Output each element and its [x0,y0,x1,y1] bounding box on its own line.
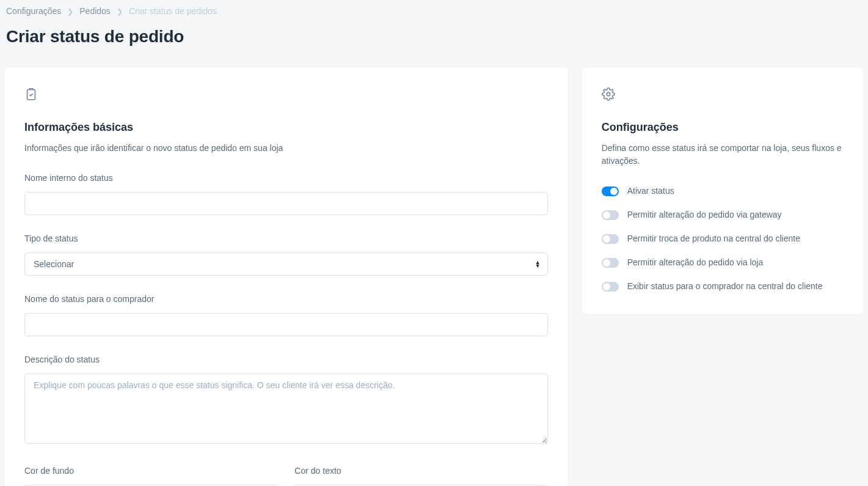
breadcrumb-item-config[interactable]: Configurações [6,5,61,18]
layout: Informações básicas Informações que irão… [4,68,864,486]
toggle-row-show-buyer: Exibir status para o comprador na centra… [602,280,844,293]
toggle-row-alter-gateway: Permitir alteração do pedido via gateway [602,208,844,221]
breadcrumb-item-current: Criar status de pedidos [129,5,217,18]
description-textarea[interactable] [24,374,548,444]
toggle-show-buyer[interactable] [602,282,619,292]
label-bg-color: Cor de fundo [24,465,277,477]
toggle-row-activate: Ativar status [602,185,844,197]
toggle-label-exchange-product: Permitir troca de produto na central do … [627,232,800,245]
buyer-name-input[interactable] [24,313,548,336]
label-text-color: Cor do texto [294,465,547,477]
toggle-row-exchange-product: Permitir troca de produto na central do … [602,232,844,245]
internal-name-input[interactable] [24,192,548,215]
settings-title: Configurações [602,119,844,136]
basic-info-title: Informações básicas [24,119,548,136]
label-internal-name: Nome interno do status [24,172,548,185]
toggle-row-alter-store: Permitir alteração do pedido via loja [602,256,844,269]
breadcrumb: Configurações ❯ Pedidos ❯ Criar status d… [4,0,864,21]
toggle-alter-store[interactable] [602,258,619,268]
label-buyer-name: Nome do status para o comprador [24,293,548,306]
page-title: Criar status de pedido [4,21,864,68]
basic-info-description: Informações que irão identificar o novo … [24,142,548,155]
toggle-activate-status[interactable] [602,186,619,196]
settings-description: Defina como esse status irá se comportar… [602,142,844,168]
toggle-label-show-buyer: Exibir status para o comprador na centra… [627,280,823,293]
breadcrumb-item-orders[interactable]: Pedidos [79,5,111,18]
chevron-right-icon: ❯ [67,6,73,17]
status-type-select[interactable]: Selecionar [24,252,548,276]
card-basic-info: Informações básicas Informações que irão… [5,68,567,486]
page: Configurações ❯ Pedidos ❯ Criar status d… [0,0,868,486]
toggle-exchange-product[interactable] [602,234,619,244]
label-description: Descrição do status [24,353,548,366]
chevron-right-icon: ❯ [117,6,123,17]
svg-point-1 [607,92,610,96]
gear-icon [602,87,844,101]
toggle-label-activate: Ativar status [627,185,674,197]
toggle-label-alter-gateway: Permitir alteração do pedido via gateway [627,208,782,221]
toggle-label-alter-store: Permitir alteração do pedido via loja [627,256,764,269]
toggle-alter-gateway[interactable] [602,210,619,220]
label-status-type: Tipo de status [24,232,548,245]
clipboard-icon [24,87,548,101]
card-settings: Configurações Defina como esse status ir… [582,68,863,314]
